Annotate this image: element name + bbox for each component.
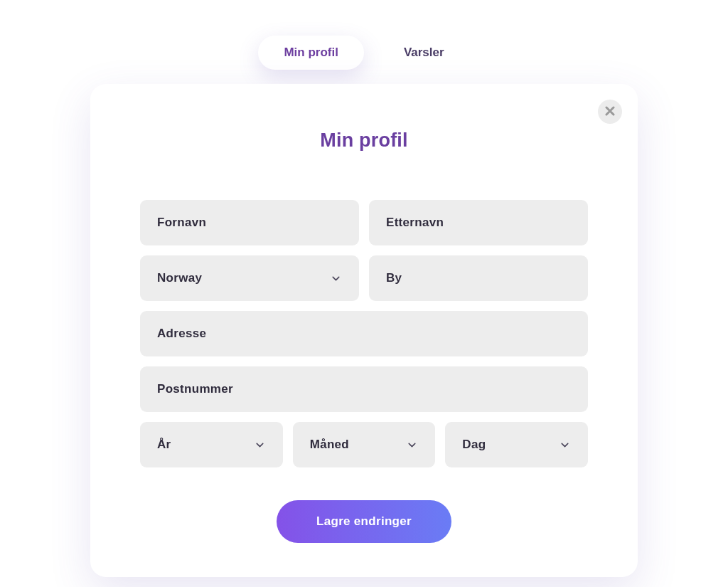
country-selected-label: Norway [157,271,330,285]
first-name-input[interactable] [157,216,342,230]
month-select[interactable]: Måned [293,422,436,467]
address-input[interactable] [157,327,571,341]
last-name-input[interactable] [386,216,571,230]
tabs-nav: Min profil Varsler [258,36,469,70]
year-select-label: År [157,438,254,452]
city-input[interactable] [386,271,571,285]
page-title: Min profil [140,129,588,152]
chevron-down-icon [254,439,266,451]
tab-notifications[interactable]: Varsler [378,36,470,70]
tab-profile[interactable]: Min profil [258,36,363,70]
close-button[interactable] [598,100,622,124]
tab-profile-label: Min profil [284,46,338,59]
tab-notifications-label: Varsler [404,46,444,59]
profile-form: Norway [140,200,588,543]
save-button-label: Lagre endringer [316,514,412,528]
chevron-down-icon [406,439,418,451]
country-select[interactable]: Norway [140,255,359,301]
chevron-down-icon [559,439,571,451]
chevron-down-icon [330,273,342,285]
month-select-label: Måned [310,438,407,452]
postal-code-field-wrap [140,366,588,412]
address-field-wrap [140,311,588,356]
first-name-field-wrap [140,200,359,245]
last-name-field-wrap [369,200,588,245]
save-button[interactable]: Lagre endringer [277,500,451,543]
postal-code-input[interactable] [157,382,571,396]
profile-card: Min profil Norway [90,84,638,577]
close-icon [605,106,615,118]
year-select[interactable]: År [140,422,283,467]
day-select[interactable]: Dag [445,422,588,467]
city-field-wrap [369,255,588,301]
day-select-label: Dag [462,438,559,452]
